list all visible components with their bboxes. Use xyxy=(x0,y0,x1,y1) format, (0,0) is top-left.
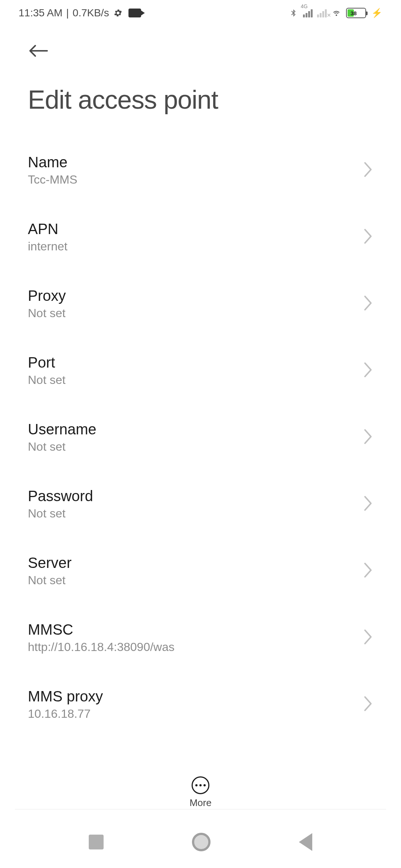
item-label: APN xyxy=(28,221,68,237)
chevron-right-icon xyxy=(363,428,373,446)
item-label: Password xyxy=(28,488,93,504)
navigation-bar xyxy=(0,816,401,868)
list-item-server[interactable]: Server Not set xyxy=(28,537,373,604)
chevron-right-icon xyxy=(363,362,373,379)
status-time: 11:35 AM xyxy=(19,7,62,19)
settings-list: Name Tcc-MMS APN internet Proxy Not set … xyxy=(0,137,401,782)
status-bar: 11:35 AM | 0.7KB/s 4G ✕ 38 ⚡ xyxy=(0,0,401,26)
battery-icon: 38 xyxy=(346,8,366,18)
nav-recents-button[interactable] xyxy=(89,835,104,849)
item-label: MMSC xyxy=(28,621,175,638)
chevron-right-icon xyxy=(363,161,373,179)
signal-disabled-icon: ✕ xyxy=(327,12,331,18)
item-value: http://10.16.18.4:38090/was xyxy=(28,640,175,654)
chevron-right-icon xyxy=(363,295,373,313)
item-value: Not set xyxy=(28,573,72,587)
more-button[interactable]: More xyxy=(0,769,401,809)
list-item-proxy[interactable]: Proxy Not set xyxy=(28,270,373,337)
chevron-right-icon xyxy=(363,629,373,647)
item-label: Proxy xyxy=(28,287,66,304)
list-item-port[interactable]: Port Not set xyxy=(28,337,373,404)
list-item-apn[interactable]: APN internet xyxy=(28,204,373,270)
nav-back-button[interactable] xyxy=(299,833,312,851)
wifi-icon xyxy=(331,8,342,18)
item-value: Not set xyxy=(28,306,66,320)
chevron-right-icon xyxy=(363,562,373,580)
list-item-mmsc[interactable]: MMSC http://10.16.18.4:38090/was xyxy=(28,604,373,671)
signal-icon-sim2: ✕ xyxy=(317,9,327,17)
chevron-right-icon xyxy=(363,495,373,513)
chevron-right-icon xyxy=(363,696,373,713)
list-item-mms-proxy[interactable]: MMS proxy 10.16.18.77 xyxy=(28,671,373,738)
nav-home-button[interactable] xyxy=(192,833,211,851)
back-button[interactable] xyxy=(28,39,52,63)
item-label: Server xyxy=(28,555,72,571)
item-label: Name xyxy=(28,154,77,171)
charging-icon: ⚡ xyxy=(371,8,382,18)
item-value: Not set xyxy=(28,373,65,387)
gear-icon xyxy=(113,8,123,18)
item-value: Not set xyxy=(28,440,97,454)
camera-icon xyxy=(128,9,141,17)
more-label: More xyxy=(189,797,211,809)
item-value: Tcc-MMS xyxy=(28,173,77,187)
status-bar-left: 11:35 AM | 0.7KB/s xyxy=(19,7,141,19)
page-title: Edit access point xyxy=(0,70,401,137)
chevron-right-icon xyxy=(363,228,373,246)
status-data-rate: 0.7KB/s xyxy=(73,7,109,19)
bluetooth-icon xyxy=(288,8,299,18)
signal-4g-label: 4G xyxy=(301,3,308,9)
header xyxy=(0,26,401,70)
item-label: MMS proxy xyxy=(28,688,103,705)
status-bar-right: 4G ✕ 38 ⚡ xyxy=(288,8,382,18)
item-value: internet xyxy=(28,240,68,253)
item-value: 10.16.18.77 xyxy=(28,707,103,721)
signal-icon-sim1: 4G xyxy=(303,9,313,17)
item-label: Port xyxy=(28,354,65,371)
more-icon xyxy=(192,776,209,794)
list-item-username[interactable]: Username Not set xyxy=(28,404,373,471)
status-separator: | xyxy=(66,7,69,19)
item-label: Username xyxy=(28,421,97,438)
battery-percent: 38 xyxy=(351,10,357,16)
list-item-name[interactable]: Name Tcc-MMS xyxy=(28,137,373,204)
item-value: Not set xyxy=(28,507,93,520)
list-item-password[interactable]: Password Not set xyxy=(28,471,373,537)
divider xyxy=(15,809,386,809)
